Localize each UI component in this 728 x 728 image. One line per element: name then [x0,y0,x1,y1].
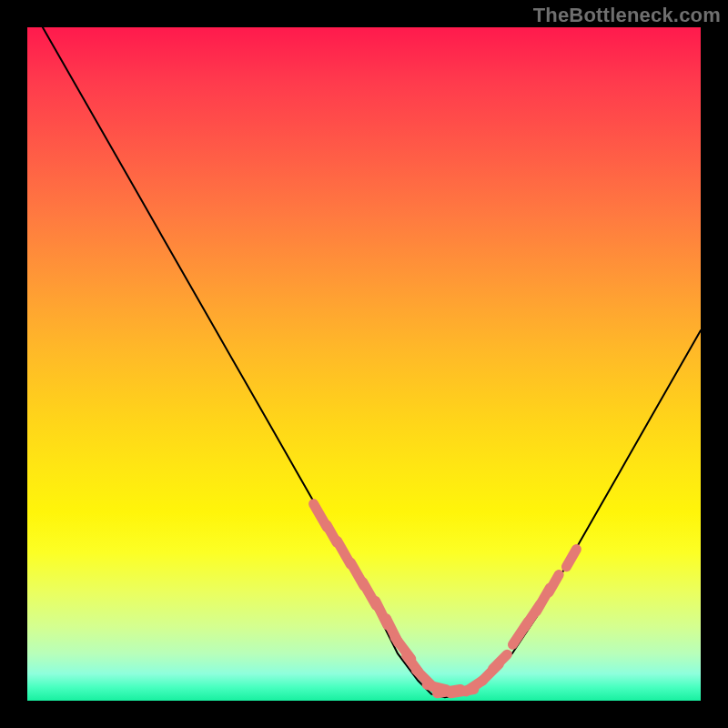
curve-marker [549,575,559,592]
chart-frame: TheBottleneck.com [0,0,728,728]
watermark-label: TheBottleneck.com [533,4,721,27]
curve-markers [314,504,577,693]
curve-marker [566,549,576,566]
chart-svg [27,27,701,701]
curve-marker [493,654,508,669]
